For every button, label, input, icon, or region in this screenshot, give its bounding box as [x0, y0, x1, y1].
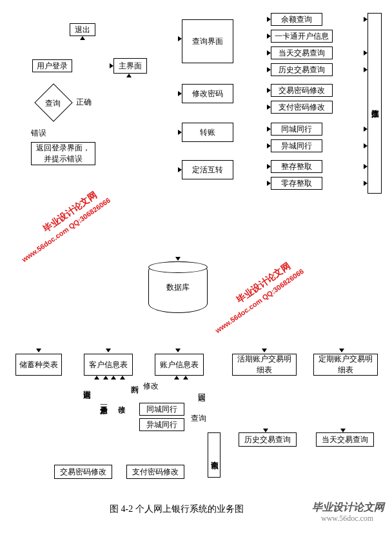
arrow — [111, 376, 116, 380]
arrow — [340, 429, 346, 432]
main-screen-box: 主界面 — [113, 58, 147, 74]
history-label: 历史交易查询 — [279, 65, 325, 76]
trans-pwd2-box: 交易密码修改 — [54, 465, 112, 479]
line — [0, 461, 1, 494]
connect-db-box: 连接数据库 — [368, 13, 382, 194]
same-city2-label: 同城同行 — [146, 404, 177, 415]
error-label: 错误 — [31, 128, 46, 139]
pay-pwd2-label: 支付密码修改 — [132, 467, 179, 478]
transfer-label: 转账 — [200, 127, 215, 138]
trans-pwd-label: 交易密码修改 — [279, 85, 325, 96]
same-city-label: 同城同行 — [281, 124, 312, 135]
pay-pwd-label: 支付密码修改 — [279, 102, 325, 113]
line — [0, 527, 1, 537]
history2-label: 历史交易查询 — [244, 434, 291, 445]
deposit-convert-label: 定活互转 — [192, 165, 223, 176]
line — [0, 398, 18, 399]
arrow — [174, 376, 179, 380]
arrow — [175, 257, 181, 261]
exit-box: 退出 — [70, 23, 95, 36]
return-login-box: 返回登录界面，并提示错误 — [31, 142, 95, 165]
current-detail-label: 活期账户交易明细表 — [235, 354, 293, 376]
arrow — [364, 164, 368, 169]
arrow — [267, 17, 271, 22]
arrow — [364, 50, 368, 56]
line — [0, 399, 1, 416]
main-screen-label: 主界面 — [119, 61, 142, 72]
arrow — [263, 429, 268, 432]
arrow — [267, 181, 271, 186]
pay-pwd-box: 支付密码修改 — [271, 101, 333, 114]
savings-table-box: 储蓄种类表 — [15, 354, 62, 376]
line — [0, 92, 1, 120]
fixed-detail-box: 定期账户交易明细表 — [313, 354, 378, 376]
arrow — [364, 17, 368, 22]
query-screen-label: 查询界面 — [192, 36, 223, 47]
arrow — [267, 164, 271, 169]
database-label: 数据库 — [166, 282, 190, 293]
line — [0, 345, 18, 345]
login-label: 用户登录 — [37, 61, 68, 72]
arrow — [267, 34, 271, 39]
arrow — [178, 91, 182, 96]
change-pwd-label: 修改密码 — [192, 88, 223, 99]
arrow — [262, 349, 267, 352]
watermark2-url: www.56doc.com QQ:306826066 — [213, 267, 305, 334]
arrow — [267, 143, 271, 148]
correct-label: 正确 — [76, 97, 92, 108]
modify2-label: 修改 — [143, 381, 159, 392]
customer-table-label: 客户信息表 — [89, 360, 128, 370]
login-box: 用户登录 — [32, 59, 72, 72]
watermark1-url: www.56doc.com QQ:306826066 — [20, 196, 112, 263]
balance-label: 余额查询 — [281, 14, 312, 25]
customer-table-box: 客户信息表 — [84, 354, 133, 376]
arrow — [267, 127, 271, 132]
line — [0, 495, 1, 527]
small-box: 零存整取 — [271, 177, 322, 190]
query2-label: 查询 — [191, 413, 206, 424]
query-text: 查询 — [45, 98, 61, 109]
line — [0, 460, 45, 461]
line — [0, 120, 41, 121]
query-screen-box: 查询界面 — [182, 19, 233, 63]
line — [0, 210, 19, 210]
arrow — [126, 74, 132, 77]
arrow — [364, 127, 368, 132]
line — [0, 436, 1, 453]
line — [0, 18, 1, 45]
diff-city-label: 异城同行 — [281, 141, 312, 152]
arrow — [364, 67, 368, 72]
transfer-box: 转账 — [182, 123, 233, 142]
line — [0, 121, 1, 208]
today2-label: 当天交易查询 — [322, 434, 368, 445]
history2-box: 历史交易查询 — [239, 432, 297, 447]
card-info-box: 一卡通开户信息 — [271, 30, 333, 43]
deposit-convert-box: 定活互转 — [182, 160, 233, 179]
small-label: 零存整取 — [281, 178, 312, 189]
logo-text: 毕业设计论文网 — [312, 501, 384, 514]
today2-box: 当天交易查询 — [316, 432, 374, 447]
arrow — [178, 130, 182, 135]
arrow — [94, 376, 99, 380]
line — [0, 436, 18, 436]
today-label: 当天交易查询 — [279, 48, 325, 59]
trans-pwd-box: 交易密码修改 — [271, 84, 333, 97]
lump-label: 整存整取 — [281, 161, 312, 172]
balance2-box: 余额查询 — [208, 432, 220, 478]
diff-city2-box: 异城同行 — [139, 418, 184, 431]
lump-box: 整存整取 — [271, 160, 322, 173]
same-city2-box: 同城同行 — [139, 403, 184, 416]
line — [0, 210, 1, 342]
line — [0, 91, 48, 92]
logo-url: www.56doc.com — [321, 514, 373, 523]
account-table-box: 账户信息表 — [155, 354, 204, 376]
line — [0, 494, 196, 495]
fixed-detail-label: 定期账户交易明细表 — [317, 354, 375, 376]
exit-label: 退出 — [75, 25, 90, 35]
line — [0, 345, 1, 396]
same-city-box: 同城同行 — [271, 123, 322, 136]
change-pwd-box: 修改密码 — [182, 84, 233, 103]
trans-pwd2-label: 交易密码修改 — [60, 467, 106, 478]
arrow — [106, 349, 111, 352]
line — [0, 417, 18, 418]
